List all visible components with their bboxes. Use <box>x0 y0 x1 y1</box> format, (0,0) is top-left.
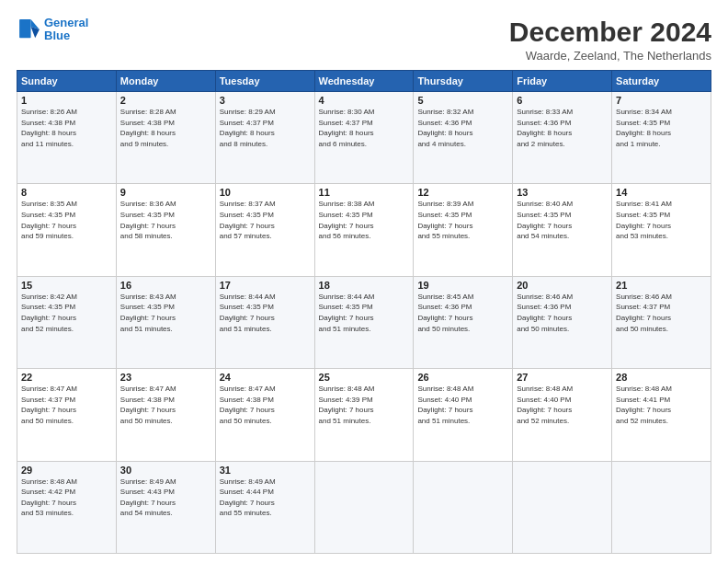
calendar-cell: 22Sunrise: 8:47 AMSunset: 4:37 PMDayligh… <box>17 369 117 461</box>
calendar-cell: 27Sunrise: 8:48 AMSunset: 4:40 PMDayligh… <box>513 369 612 461</box>
calendar-header-row: Sunday Monday Tuesday Wednesday Thursday… <box>17 71 711 92</box>
page: General Blue December 2024 Waarde, Zeela… <box>0 0 728 563</box>
day-number: 27 <box>517 372 608 383</box>
day-info: Sunrise: 8:44 AMSunset: 4:35 PMDaylight:… <box>220 292 311 334</box>
day-info: Sunrise: 8:48 AMSunset: 4:41 PMDaylight:… <box>616 384 707 426</box>
calendar-cell: 16Sunrise: 8:43 AMSunset: 4:35 PMDayligh… <box>116 276 215 368</box>
calendar-cell: 23Sunrise: 8:47 AMSunset: 4:38 PMDayligh… <box>116 369 215 461</box>
day-info: Sunrise: 8:45 AMSunset: 4:36 PMDaylight:… <box>417 292 508 334</box>
day-number: 19 <box>417 280 508 291</box>
day-info: Sunrise: 8:44 AMSunset: 4:35 PMDaylight:… <box>319 292 410 334</box>
calendar-week-4: 22Sunrise: 8:47 AMSunset: 4:37 PMDayligh… <box>17 369 711 461</box>
day-info: Sunrise: 8:35 AMSunset: 4:35 PMDaylight:… <box>21 199 112 241</box>
calendar-cell: 12Sunrise: 8:39 AMSunset: 4:35 PMDayligh… <box>414 184 513 276</box>
day-number: 10 <box>220 187 311 198</box>
calendar-cell: 14Sunrise: 8:41 AMSunset: 4:35 PMDayligh… <box>612 184 711 276</box>
logo-icon <box>17 17 42 42</box>
day-number: 13 <box>517 187 608 198</box>
calendar-cell <box>314 461 414 553</box>
day-info: Sunrise: 8:49 AMSunset: 4:44 PMDaylight:… <box>220 477 311 519</box>
day-number: 25 <box>319 372 410 383</box>
day-number: 28 <box>616 372 707 383</box>
day-info: Sunrise: 8:28 AMSunset: 4:38 PMDaylight:… <box>120 107 211 149</box>
title-block: December 2024 Waarde, Zeeland, The Nethe… <box>509 17 711 63</box>
day-number: 20 <box>517 280 608 291</box>
day-number: 2 <box>120 95 211 106</box>
calendar-cell: 3Sunrise: 8:29 AMSunset: 4:37 PMDaylight… <box>215 92 314 184</box>
calendar-cell: 4Sunrise: 8:30 AMSunset: 4:37 PMDaylight… <box>314 92 414 184</box>
calendar-cell: 24Sunrise: 8:47 AMSunset: 4:38 PMDayligh… <box>215 369 314 461</box>
calendar-cell: 10Sunrise: 8:37 AMSunset: 4:35 PMDayligh… <box>215 184 314 276</box>
day-info: Sunrise: 8:48 AMSunset: 4:40 PMDaylight:… <box>517 384 608 426</box>
calendar-cell: 9Sunrise: 8:36 AMSunset: 4:35 PMDaylight… <box>116 184 215 276</box>
calendar-week-1: 1Sunrise: 8:26 AMSunset: 4:38 PMDaylight… <box>17 92 711 184</box>
calendar-cell: 17Sunrise: 8:44 AMSunset: 4:35 PMDayligh… <box>215 276 314 368</box>
calendar-cell: 13Sunrise: 8:40 AMSunset: 4:35 PMDayligh… <box>513 184 612 276</box>
day-info: Sunrise: 8:26 AMSunset: 4:38 PMDaylight:… <box>21 107 112 149</box>
day-number: 11 <box>319 187 410 198</box>
day-number: 18 <box>319 280 410 291</box>
day-number: 4 <box>319 95 410 106</box>
calendar-week-3: 15Sunrise: 8:42 AMSunset: 4:35 PMDayligh… <box>17 276 711 368</box>
col-saturday: Saturday <box>612 71 711 92</box>
day-info: Sunrise: 8:43 AMSunset: 4:35 PMDaylight:… <box>120 292 211 334</box>
day-number: 14 <box>616 187 707 198</box>
col-thursday: Thursday <box>414 71 513 92</box>
logo-blue: Blue <box>44 29 70 42</box>
header: General Blue December 2024 Waarde, Zeela… <box>17 17 711 63</box>
day-number: 6 <box>517 95 608 106</box>
calendar-cell: 6Sunrise: 8:33 AMSunset: 4:36 PMDaylight… <box>513 92 612 184</box>
day-number: 29 <box>21 465 112 476</box>
day-info: Sunrise: 8:30 AMSunset: 4:37 PMDaylight:… <box>319 107 410 149</box>
subtitle: Waarde, Zeeland, The Netherlands <box>509 49 711 63</box>
day-info: Sunrise: 8:46 AMSunset: 4:36 PMDaylight:… <box>517 292 608 334</box>
calendar-cell: 11Sunrise: 8:38 AMSunset: 4:35 PMDayligh… <box>314 184 414 276</box>
day-info: Sunrise: 8:48 AMSunset: 4:40 PMDaylight:… <box>417 384 508 426</box>
calendar-cell: 31Sunrise: 8:49 AMSunset: 4:44 PMDayligh… <box>215 461 314 553</box>
calendar-cell: 29Sunrise: 8:48 AMSunset: 4:42 PMDayligh… <box>17 461 117 553</box>
day-number: 15 <box>21 280 112 291</box>
day-info: Sunrise: 8:39 AMSunset: 4:35 PMDaylight:… <box>417 199 508 241</box>
day-number: 3 <box>220 95 311 106</box>
day-number: 1 <box>21 95 112 106</box>
day-number: 30 <box>120 465 211 476</box>
calendar-cell: 7Sunrise: 8:34 AMSunset: 4:35 PMDaylight… <box>612 92 711 184</box>
day-number: 26 <box>417 372 508 383</box>
day-number: 23 <box>120 372 211 383</box>
logo-text: General Blue <box>44 17 88 43</box>
calendar-cell <box>414 461 513 553</box>
col-wednesday: Wednesday <box>314 71 414 92</box>
calendar-cell: 5Sunrise: 8:32 AMSunset: 4:36 PMDaylight… <box>414 92 513 184</box>
svg-rect-2 <box>19 19 30 38</box>
col-friday: Friday <box>513 71 612 92</box>
day-info: Sunrise: 8:40 AMSunset: 4:35 PMDaylight:… <box>517 199 608 241</box>
calendar-cell: 19Sunrise: 8:45 AMSunset: 4:36 PMDayligh… <box>414 276 513 368</box>
day-number: 16 <box>120 280 211 291</box>
calendar-cell: 20Sunrise: 8:46 AMSunset: 4:36 PMDayligh… <box>513 276 612 368</box>
day-info: Sunrise: 8:33 AMSunset: 4:36 PMDaylight:… <box>517 107 608 149</box>
logo-general: General <box>44 16 88 29</box>
calendar-cell <box>612 461 711 553</box>
day-number: 21 <box>616 280 707 291</box>
calendar-cell: 26Sunrise: 8:48 AMSunset: 4:40 PMDayligh… <box>414 369 513 461</box>
day-number: 5 <box>417 95 508 106</box>
calendar-cell: 21Sunrise: 8:46 AMSunset: 4:37 PMDayligh… <box>612 276 711 368</box>
logo: General Blue <box>17 17 88 43</box>
day-number: 24 <box>220 372 311 383</box>
day-info: Sunrise: 8:42 AMSunset: 4:35 PMDaylight:… <box>21 292 112 334</box>
day-info: Sunrise: 8:34 AMSunset: 4:35 PMDaylight:… <box>616 107 707 149</box>
day-number: 7 <box>616 95 707 106</box>
day-info: Sunrise: 8:48 AMSunset: 4:39 PMDaylight:… <box>319 384 410 426</box>
day-info: Sunrise: 8:47 AMSunset: 4:38 PMDaylight:… <box>120 384 211 426</box>
day-info: Sunrise: 8:37 AMSunset: 4:35 PMDaylight:… <box>220 199 311 241</box>
calendar-table: Sunday Monday Tuesday Wednesday Thursday… <box>17 70 711 554</box>
main-title: December 2024 <box>509 17 711 47</box>
day-info: Sunrise: 8:47 AMSunset: 4:38 PMDaylight:… <box>220 384 311 426</box>
calendar-cell: 1Sunrise: 8:26 AMSunset: 4:38 PMDaylight… <box>17 92 117 184</box>
calendar-cell <box>513 461 612 553</box>
day-number: 12 <box>417 187 508 198</box>
col-monday: Monday <box>116 71 215 92</box>
day-number: 8 <box>21 187 112 198</box>
day-number: 22 <box>21 372 112 383</box>
day-number: 17 <box>220 280 311 291</box>
